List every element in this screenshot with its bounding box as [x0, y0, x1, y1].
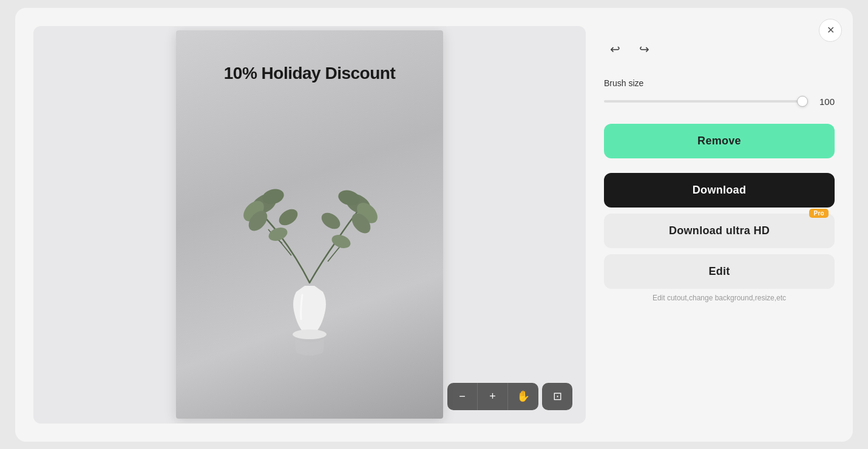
pro-badge: Pro [809, 209, 829, 218]
right-panel: ↩ ↪ Brush size 100 Remove Download Pro D… [604, 26, 835, 424]
undo-button[interactable]: ↩ [604, 38, 626, 60]
download-hd-wrapper: Pro Download ultra HD [604, 214, 835, 248]
undo-redo-row: ↩ ↪ [604, 38, 835, 60]
svg-point-4 [267, 225, 290, 243]
brush-size-slider[interactable] [604, 100, 808, 103]
main-modal: ✕ 10% Holiday Discount [15, 8, 853, 442]
svg-point-12 [293, 329, 327, 339]
download-button[interactable]: Download [604, 173, 835, 208]
brush-size-value: 100 [816, 96, 835, 107]
image-canvas: 10% Holiday Discount [33, 26, 586, 424]
close-button[interactable]: ✕ [819, 19, 842, 42]
image-area: 10% Holiday Discount [33, 26, 586, 424]
vase-illustration [231, 174, 388, 382]
svg-point-11 [319, 209, 343, 232]
svg-point-10 [276, 206, 300, 229]
edit-button[interactable]: Edit [604, 254, 835, 289]
compare-tool-button[interactable]: ⊡ [542, 383, 572, 410]
image-toolbar: − + ✋ ⊡ [447, 383, 572, 410]
redo-button[interactable]: ↪ [633, 38, 655, 60]
download-hd-button[interactable]: Download ultra HD [604, 214, 835, 248]
hand-tool-button[interactable]: ✋ [508, 383, 538, 410]
brush-size-slider-row: 100 [604, 96, 835, 107]
photo-headline: 10% Holiday Discount [176, 64, 443, 83]
zoom-out-button[interactable]: − [447, 383, 478, 410]
edit-hint: Edit cutout,change background,resize,etc [604, 294, 835, 302]
brush-size-label: Brush size [604, 78, 835, 88]
photo-container: 10% Holiday Discount [176, 30, 443, 419]
zoom-in-button[interactable]: + [478, 383, 508, 410]
zoom-group: − + ✋ [447, 383, 538, 410]
remove-button[interactable]: Remove [604, 124, 835, 158]
